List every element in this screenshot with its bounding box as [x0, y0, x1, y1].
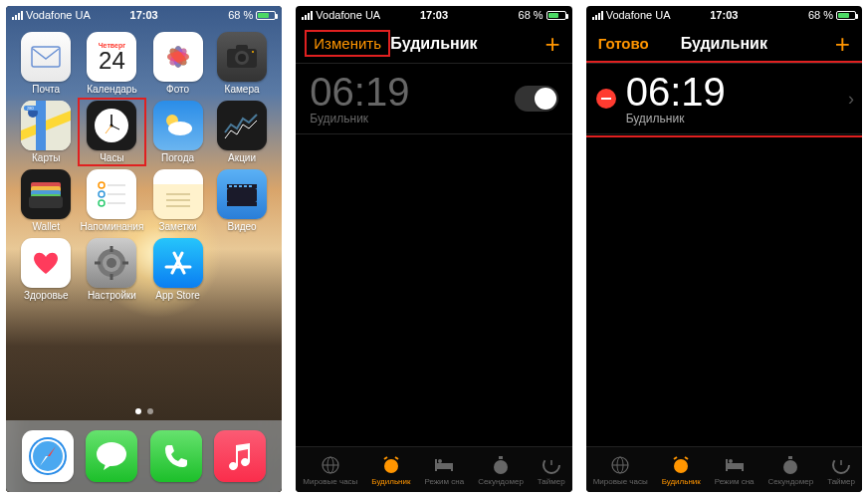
- signal-icon: [592, 11, 603, 20]
- svg-point-24: [168, 122, 192, 135]
- carrier-label: Vodafone UA: [26, 9, 91, 21]
- stopwatch-icon: [779, 454, 801, 476]
- signal-icon: [12, 11, 23, 20]
- camera-app[interactable]: Камера: [212, 32, 273, 95]
- signal-icon: [302, 11, 313, 20]
- alarm-tab[interactable]: Будильник: [371, 454, 410, 486]
- chevron-right-icon: ›: [848, 89, 854, 110]
- svg-point-80: [674, 459, 688, 473]
- svg-line-82: [685, 457, 688, 459]
- stopwatch-icon: [490, 454, 512, 476]
- svg-rect-70: [435, 459, 437, 471]
- svg-line-81: [674, 457, 677, 459]
- svg-point-73: [494, 460, 508, 474]
- svg-rect-29: [29, 196, 63, 208]
- status-bar: Vodafone UA 17:03 68 %: [6, 6, 282, 24]
- svg-point-32: [99, 191, 105, 197]
- svg-rect-0: [32, 47, 60, 67]
- battery-icon: [256, 11, 276, 20]
- dock: [6, 420, 282, 492]
- svg-text:280: 280: [27, 106, 34, 111]
- mail-app[interactable]: Почта: [16, 32, 77, 95]
- svg-point-62: [97, 442, 126, 466]
- stocks-app[interactable]: Акции: [212, 101, 273, 163]
- alarm-label: Будильник: [310, 112, 504, 125]
- timer-icon: [541, 454, 562, 476]
- safari-app[interactable]: [22, 430, 74, 482]
- battery-pct: 68 %: [228, 9, 253, 21]
- wallet-app[interactable]: Wallet: [16, 169, 77, 232]
- timer-tab[interactable]: Таймер: [827, 454, 855, 486]
- svg-rect-45: [244, 185, 247, 187]
- nav-title: Будильник: [390, 35, 477, 53]
- done-button[interactable]: Готово: [598, 35, 649, 52]
- appstore-app[interactable]: App Store: [147, 238, 208, 301]
- svg-point-87: [783, 460, 797, 474]
- bedtime-tab[interactable]: Режим сна: [715, 454, 755, 486]
- svg-point-86: [729, 459, 733, 463]
- alarm-row-edit[interactable]: 06:19 Будильник ›: [586, 64, 862, 134]
- add-button[interactable]: +: [544, 31, 559, 57]
- nav-title: Будильник: [681, 35, 767, 53]
- videos-app[interactable]: Видео: [212, 169, 273, 232]
- alarm-row[interactable]: 06:19 Будильник: [296, 64, 571, 134]
- nav-bar: Готово Будильник +: [586, 24, 862, 64]
- bed-icon: [724, 454, 746, 476]
- alarm-icon: [670, 454, 692, 476]
- messages-app[interactable]: [86, 430, 137, 482]
- svg-point-49: [107, 258, 116, 268]
- battery-pct: 68 %: [519, 9, 543, 21]
- svg-rect-43: [234, 185, 237, 187]
- edit-button[interactable]: Изменить: [308, 33, 387, 54]
- reminders-app[interactable]: Напоминания: [81, 169, 144, 232]
- home-screen: Vodafone UA 17:03 68 % Почта Четверг24Ка…: [6, 6, 282, 492]
- tab-bar: Мировые часы Будильник Режим сна Секундо…: [296, 446, 571, 492]
- svg-line-67: [384, 457, 387, 459]
- settings-app[interactable]: Настройки: [81, 238, 144, 301]
- svg-rect-39: [227, 188, 257, 202]
- photos-app[interactable]: Фото: [147, 32, 208, 95]
- alarm-screen-list: Vodafone UA 17:03 68 % Изменить Будильни…: [296, 6, 571, 492]
- svg-point-12: [238, 54, 246, 62]
- add-button[interactable]: +: [835, 31, 850, 57]
- music-app[interactable]: [214, 430, 266, 482]
- phone-app[interactable]: [150, 430, 202, 482]
- timer-icon: [830, 454, 852, 476]
- delete-button[interactable]: [596, 89, 616, 109]
- status-time: 17:03: [710, 9, 738, 21]
- svg-rect-44: [239, 185, 242, 187]
- globe-icon: [609, 454, 631, 476]
- svg-rect-74: [499, 456, 503, 459]
- svg-rect-88: [788, 456, 792, 459]
- maps-app[interactable]: 280Карты: [16, 101, 77, 163]
- carrier-label: Vodafone UA: [316, 9, 380, 21]
- notes-app[interactable]: Заметки: [147, 169, 208, 232]
- clock-app[interactable]: Часы: [81, 101, 144, 163]
- stopwatch-tab[interactable]: Секундомер: [767, 454, 813, 486]
- timer-tab[interactable]: Таймер: [538, 454, 565, 486]
- alarm-tab[interactable]: Будильник: [662, 454, 701, 486]
- page-dots: [135, 408, 153, 414]
- bedtime-tab[interactable]: Режим сна: [424, 454, 464, 486]
- svg-point-30: [99, 182, 105, 188]
- nav-bar: Изменить Будильник +: [296, 24, 571, 64]
- weather-app[interactable]: Погода: [147, 101, 208, 163]
- svg-line-68: [395, 457, 398, 459]
- world-clock-tab[interactable]: Мировые часы: [593, 454, 648, 486]
- status-bar: Vodafone UA 17:03 68 %: [586, 6, 862, 24]
- svg-rect-71: [451, 463, 453, 471]
- battery-icon: [546, 11, 566, 20]
- alarm-toggle[interactable]: [515, 86, 558, 112]
- app-grid: Почта Четверг24Календарь Фото Камера 280…: [6, 24, 282, 301]
- alarm-time: 06:19: [310, 72, 504, 112]
- bed-icon: [433, 454, 455, 476]
- world-clock-tab[interactable]: Мировые часы: [303, 454, 357, 486]
- svg-point-66: [384, 459, 398, 473]
- stopwatch-tab[interactable]: Секундомер: [478, 454, 524, 486]
- battery-pct: 68 %: [808, 9, 833, 21]
- svg-rect-84: [726, 459, 728, 471]
- calendar-app[interactable]: Четверг24Календарь: [81, 32, 144, 95]
- health-app[interactable]: Здоровье: [16, 238, 77, 301]
- svg-rect-69: [435, 463, 453, 469]
- alarm-icon: [380, 454, 402, 476]
